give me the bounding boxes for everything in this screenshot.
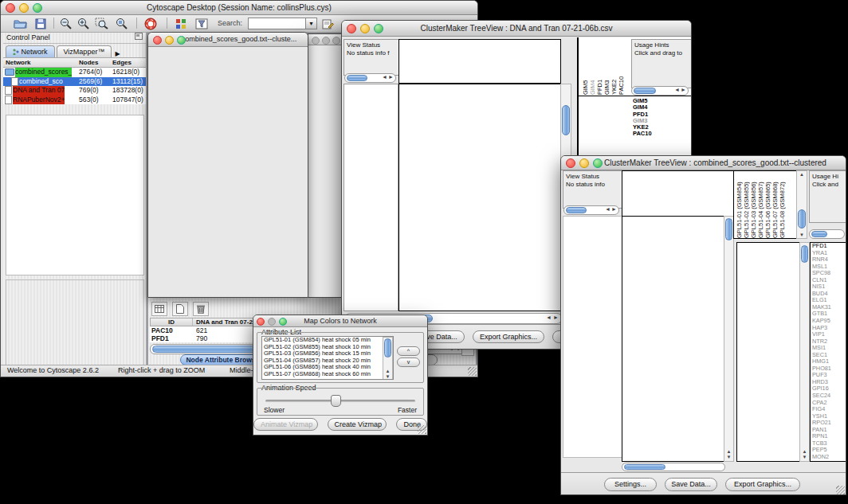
gene-label[interactable]: ELG1 bbox=[812, 297, 846, 304]
gene-label[interactable]: NTR2 bbox=[812, 338, 846, 346]
scrollbar-thumb[interactable] bbox=[566, 207, 587, 213]
network-row[interactable]: combined_scores_ 2764(0) 16218(0) bbox=[3, 68, 146, 77]
gene-label[interactable]: GIM3 bbox=[633, 118, 689, 124]
gene-label[interactable]: HRD3 bbox=[812, 379, 846, 386]
gene-label[interactable]: MON2 bbox=[812, 454, 846, 461]
scroll-down-icon[interactable]: ▼ bbox=[800, 455, 809, 459]
minimize-button[interactable] bbox=[19, 3, 29, 13]
annotation-icon[interactable] bbox=[320, 17, 336, 30]
attr-col-id[interactable]: ID bbox=[151, 318, 193, 326]
settings-button[interactable]: Settings... bbox=[604, 478, 657, 491]
gene-label[interactable]: TCB3 bbox=[812, 440, 846, 447]
attribute-list-item[interactable]: GPL51-01 (GSM854) heat shock 05 min bbox=[264, 337, 393, 344]
background-window-title-bar[interactable] bbox=[308, 34, 344, 45]
scrollbar-thumb[interactable] bbox=[801, 245, 808, 263]
attribute-table-icon[interactable] bbox=[151, 302, 167, 316]
gene-label[interactable]: VIP1 bbox=[812, 331, 846, 338]
view-status-hscrollbar[interactable]: ◄ ► bbox=[344, 73, 396, 83]
zoom-in-icon[interactable] bbox=[76, 17, 92, 30]
scrollbar-thumb[interactable] bbox=[634, 88, 656, 94]
col-nodes[interactable]: Nodes bbox=[79, 58, 112, 67]
animate-vizmap-button[interactable]: Animate Vizmap bbox=[253, 418, 318, 431]
attribute-list-item[interactable]: GPL51-04 (GSM857) heat shock 20 min bbox=[264, 357, 393, 365]
delete-trash-icon[interactable] bbox=[193, 302, 209, 316]
scrollbar-thumb[interactable] bbox=[624, 464, 665, 470]
submatrix-heatmap-canvas[interactable] bbox=[583, 98, 627, 138]
minimize-button[interactable] bbox=[360, 24, 370, 33]
row-dendrogram-canvas[interactable] bbox=[563, 217, 620, 455]
gene-label[interactable]: PFD1 bbox=[812, 243, 846, 250]
heatmap-canvas[interactable] bbox=[399, 84, 559, 309]
create-vizmap-button[interactable]: Create Vizmap bbox=[328, 418, 387, 431]
gene-label[interactable]: HAP3 bbox=[812, 325, 846, 332]
gene-label[interactable]: SEC24 bbox=[812, 393, 846, 400]
minimize-button[interactable] bbox=[322, 37, 330, 45]
birdseye-view[interactable] bbox=[6, 279, 144, 365]
gene-label[interactable]: BUD4 bbox=[812, 291, 846, 298]
scrollbar-thumb[interactable] bbox=[347, 75, 367, 81]
zoom-out-icon[interactable] bbox=[58, 17, 74, 30]
zoom-button[interactable] bbox=[593, 158, 603, 168]
export-graphics-button[interactable]: Export Graphics... bbox=[473, 330, 544, 343]
scroll-up-icon[interactable]: ▲ bbox=[797, 172, 807, 177]
gene-label[interactable]: GIM5 bbox=[633, 98, 689, 104]
usage-hints-hscrollbar[interactable] bbox=[809, 229, 845, 239]
scroll-down-icon[interactable]: ▼ bbox=[797, 232, 807, 237]
gene-label[interactable]: SPC98 bbox=[812, 270, 846, 277]
dialog-title-bar[interactable]: Map Colors to Network bbox=[253, 315, 427, 327]
scroll-down-icon[interactable]: ▼ bbox=[724, 455, 733, 459]
resize-grip[interactable] bbox=[468, 367, 477, 376]
close-button[interactable] bbox=[257, 318, 265, 326]
search-dropdown-icon[interactable]: ▼ bbox=[305, 18, 317, 29]
zoom-button[interactable] bbox=[332, 37, 340, 45]
network-row[interactable]: RNAPuberNov2+ 563(0) 107847(0) bbox=[3, 96, 146, 105]
attribute-list-item[interactable]: GPL51-06 (GSM865) heat shock 40 min bbox=[264, 364, 393, 371]
zoom-fit-icon[interactable] bbox=[114, 17, 130, 30]
save-icon[interactable] bbox=[33, 17, 49, 30]
network-canvas[interactable] bbox=[148, 47, 306, 296]
network-view-title-bar[interactable]: combined_scores_good.txt--cluste... bbox=[148, 33, 308, 47]
minimize-button[interactable] bbox=[165, 36, 174, 45]
close-button[interactable] bbox=[6, 3, 15, 13]
attribute-list-item[interactable]: GPL51-03 (GSM856) heat shock 15 min bbox=[264, 350, 393, 357]
zoom-heatmap-vscrollbar[interactable]: ▲ ▼ bbox=[799, 242, 810, 462]
minimize-button[interactable] bbox=[579, 158, 589, 168]
heatmap-canvas[interactable] bbox=[622, 217, 723, 459]
zoom-heatmap-canvas[interactable] bbox=[737, 243, 798, 459]
tab-network[interactable]: Network bbox=[6, 45, 55, 57]
attribute-list-item[interactable]: GPL51-07 (GSM868) heat shock 60 min bbox=[264, 371, 393, 378]
new-attribute-icon[interactable] bbox=[172, 302, 188, 316]
gene-label[interactable]: SEC1 bbox=[812, 352, 846, 359]
heatmap-hscrollbar[interactable] bbox=[622, 463, 725, 471]
gene-label[interactable]: NIS1 bbox=[812, 283, 846, 291]
float-panel-icon[interactable] bbox=[135, 33, 143, 43]
scroll-up-icon[interactable]: ▲ bbox=[724, 449, 733, 454]
heatmap-panel[interactable] bbox=[398, 84, 561, 311]
column-dendrogram-panel[interactable] bbox=[398, 39, 561, 84]
scrollbar-thumb[interactable] bbox=[798, 209, 806, 229]
heatmap-panel[interactable] bbox=[622, 216, 725, 462]
search-input[interactable] bbox=[248, 18, 307, 29]
gene-label[interactable]: PFD1 bbox=[633, 111, 689, 118]
gene-label[interactable]: GIM4 bbox=[633, 104, 689, 111]
network-row-selected[interactable]: combined_sco 2569(6) 13112(15) bbox=[3, 77, 146, 87]
gene-label[interactable]: RNR4 bbox=[812, 256, 846, 264]
usage-hints-hscrollbar[interactable]: ◄ ► bbox=[631, 86, 689, 96]
heatmap-vscrollbar[interactable]: ▲ ▼ bbox=[724, 216, 734, 462]
scrollbar-thumb[interactable] bbox=[562, 105, 570, 135]
main-title-bar[interactable]: Cytoscape Desktop (Session Name: collins… bbox=[1, 1, 477, 15]
tab-overflow-icon[interactable]: ▶ bbox=[115, 50, 120, 57]
col-network[interactable]: Network bbox=[3, 58, 79, 67]
gene-label[interactable]: MSL1 bbox=[812, 264, 846, 271]
gene-label[interactable]: CPA2 bbox=[812, 400, 846, 407]
zoom-button[interactable] bbox=[177, 36, 186, 45]
gene-label[interactable]: HMG1 bbox=[812, 358, 846, 365]
gene-label[interactable]: PHO81 bbox=[812, 365, 846, 373]
gene-label[interactable]: GPI16 bbox=[812, 385, 846, 393]
scroll-left-icon[interactable]: ◄ bbox=[674, 86, 680, 94]
gene-label[interactable]: YRA1 bbox=[812, 250, 846, 257]
scroll-up-icon[interactable]: ▲ bbox=[383, 369, 392, 373]
scroll-right-icon[interactable]: ► bbox=[388, 73, 394, 81]
scroll-right-icon[interactable]: ► bbox=[553, 314, 559, 322]
gene-label[interactable]: PUF3 bbox=[812, 372, 846, 379]
